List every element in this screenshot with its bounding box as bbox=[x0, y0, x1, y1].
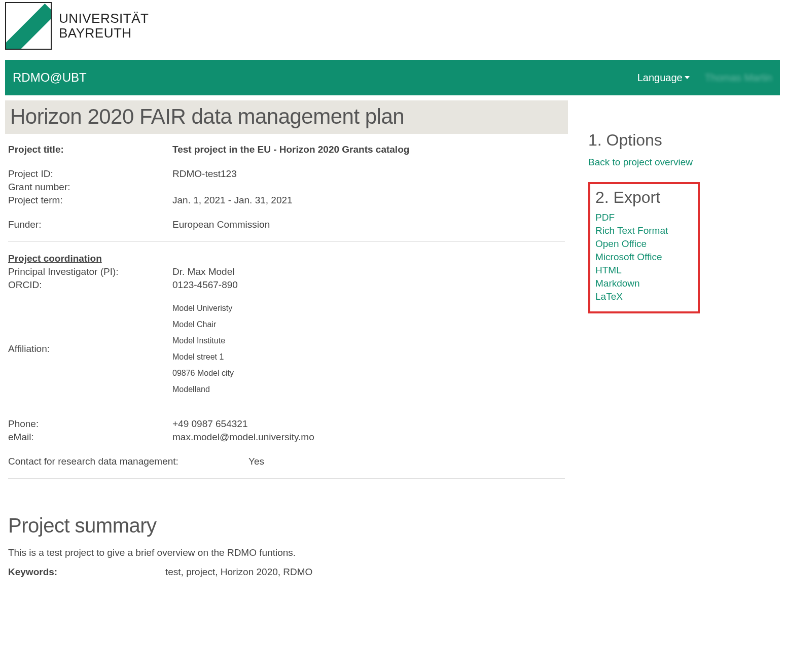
field-label: Project title: bbox=[5, 144, 172, 155]
field-label: Project term: bbox=[5, 195, 172, 206]
export-link-openoffice[interactable]: Open Office bbox=[595, 238, 693, 250]
field-value: Model Institute bbox=[172, 336, 234, 345]
export-link-rtf[interactable]: Rich Text Format bbox=[595, 225, 693, 236]
divider bbox=[8, 478, 565, 479]
brand-link[interactable]: RDMO@UBT bbox=[13, 70, 87, 85]
field-label: Phone: bbox=[5, 418, 172, 430]
field-label: eMail: bbox=[5, 432, 172, 443]
field-value: RDMO-test123 bbox=[172, 168, 237, 180]
field-value: Model street 1 bbox=[172, 352, 234, 362]
coordination-meta: Principal Investigator (PI): Dr. Max Mod… bbox=[5, 266, 568, 467]
export-link-markdown[interactable]: Markdown bbox=[595, 278, 693, 289]
field-label: Contact for research data management: bbox=[5, 456, 248, 467]
field-label: ORCID: bbox=[5, 279, 172, 291]
field-value: Modelland bbox=[172, 385, 234, 394]
sidebar: 1. Options Back to project overview 2. E… bbox=[588, 100, 761, 578]
field-value: 09876 Model city bbox=[172, 369, 234, 378]
field-value: Test project in the EU - Horizon 2020 Gr… bbox=[172, 144, 409, 155]
export-link-pdf[interactable]: PDF bbox=[595, 212, 693, 223]
language-dropdown[interactable]: Language bbox=[637, 72, 690, 84]
export-link-html[interactable]: HTML bbox=[595, 265, 693, 276]
language-label: Language bbox=[637, 72, 683, 84]
field-label: Grant number: bbox=[5, 182, 172, 193]
logo-text: UNIVERSITÄT BAYREUTH bbox=[59, 11, 149, 40]
field-label: Project ID: bbox=[5, 168, 172, 180]
project-meta: Project title: Test project in the EU - … bbox=[5, 144, 568, 230]
field-value: European Commission bbox=[172, 219, 270, 230]
field-value: test, project, Horizon 2020, RDMO bbox=[165, 567, 312, 578]
export-link-latex[interactable]: LaTeX bbox=[595, 291, 693, 302]
coordination-heading: Project coordination bbox=[5, 253, 568, 264]
field-value: 0123-4567-890 bbox=[172, 279, 238, 291]
export-link-msoffice[interactable]: Microsoft Office bbox=[595, 252, 693, 263]
field-label: Affiliation: bbox=[5, 343, 172, 355]
summary-body: This is a test project to give a brief o… bbox=[5, 547, 568, 558]
navbar: RDMO@UBT Language Thomas Martin bbox=[5, 60, 780, 95]
divider bbox=[8, 241, 565, 242]
field-value: +49 0987 654321 bbox=[172, 418, 247, 430]
back-to-overview-link[interactable]: Back to project overview bbox=[588, 157, 761, 168]
logo-area: UNIVERSITÄT BAYREUTH bbox=[0, 0, 785, 60]
field-value: max.model@model.university.mo bbox=[172, 432, 314, 443]
affiliation-group: Model Univeristy Model Chair Model Insti… bbox=[172, 304, 234, 394]
page-title: Horizon 2020 FAIR data management plan bbox=[5, 100, 568, 134]
main-content: Horizon 2020 FAIR data management plan P… bbox=[5, 100, 568, 578]
export-box: 2. Export PDF Rich Text Format Open Offi… bbox=[588, 182, 700, 313]
field-label: Keywords: bbox=[8, 567, 165, 578]
logo-icon bbox=[5, 2, 52, 50]
field-value: Model Chair bbox=[172, 320, 234, 329]
field-label: Principal Investigator (PI): bbox=[5, 266, 172, 277]
field-value: Model Univeristy bbox=[172, 304, 234, 313]
user-menu[interactable]: Thomas Martin bbox=[705, 72, 772, 84]
field-value: Yes bbox=[248, 456, 264, 467]
field-label: Funder: bbox=[5, 219, 172, 230]
chevron-down-icon bbox=[685, 76, 690, 79]
sidebar-export-heading: 2. Export bbox=[595, 188, 693, 207]
field-value: Dr. Max Model bbox=[172, 266, 234, 277]
sidebar-options-heading: 1. Options bbox=[588, 131, 761, 150]
summary-heading: Project summary bbox=[8, 514, 568, 537]
field-value: Jan. 1, 2021 - Jan. 31, 2021 bbox=[172, 195, 293, 206]
